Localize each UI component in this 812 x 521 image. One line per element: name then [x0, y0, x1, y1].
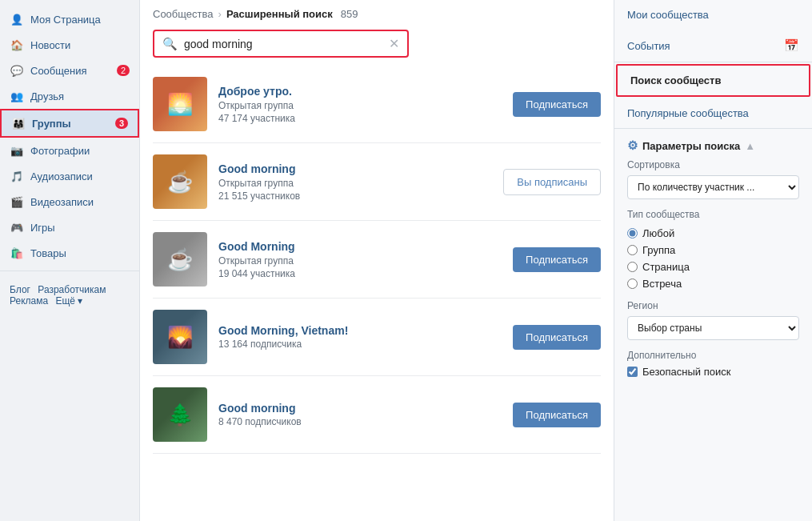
search-input-wrap: 🔍 ✕ — [153, 30, 409, 58]
result-btn-0[interactable]: Подписаться — [513, 92, 601, 117]
filter-icon: ⚙ — [627, 138, 638, 153]
result-info-1: Good morning Открытая группа 21 515 учас… — [218, 162, 492, 202]
breadcrumb-sep: › — [218, 8, 222, 20]
type-radio-label-0: Любой — [642, 227, 674, 239]
type-radio-2[interactable]: Страница — [627, 258, 799, 275]
type-radio-input-0[interactable] — [627, 228, 638, 238]
right-panel: Мои сообщества События 📅 Поиск сообществ… — [614, 0, 812, 521]
sort-label: Сортировка — [627, 159, 799, 170]
calendar-icon: 📅 — [784, 38, 799, 53]
search-input[interactable] — [184, 38, 389, 50]
extra-label: Дополнительно — [627, 350, 799, 361]
type-radio-1[interactable]: Группа — [627, 242, 799, 258]
type-radio-input-2[interactable] — [627, 262, 638, 272]
sidebar-label-messages: Сообщения — [30, 65, 87, 77]
friends-icon: 👥 — [10, 89, 24, 103]
footer-more[interactable]: Ещё ▾ — [55, 295, 82, 307]
sidebar-item-my-page[interactable]: 👤 Моя Страница — [0, 6, 139, 32]
type-label: Тип сообщества — [627, 209, 799, 220]
clear-icon[interactable]: ✕ — [389, 36, 399, 51]
sidebar-label-goods: Товары — [30, 247, 66, 259]
result-members-4: 8 470 подписчиков — [218, 416, 502, 427]
type-section: Тип сообщества Любой Группа Страница Вст… — [627, 209, 799, 292]
groups-icon: 👨‍👩‍👧 — [11, 116, 26, 130]
games-icon: 🎮 — [10, 220, 24, 234]
sidebar-item-goods[interactable]: 🛍️ Товары — [0, 240, 139, 266]
result-item-0: 🌅 Доброе утро. Открытая группа 47 174 уч… — [153, 66, 601, 143]
result-btn-1[interactable]: Вы подписаны — [503, 169, 601, 195]
type-radio-3[interactable]: Встреча — [627, 275, 799, 292]
search-bar: 🔍 ✕ — [140, 25, 614, 66]
rp-search-communities[interactable]: Поиск сообществ — [616, 64, 810, 97]
result-type-1: Открытая группа — [218, 178, 492, 189]
result-item-3: 🌄 Good Morning, Vietnam! 13 164 подписчи… — [153, 299, 601, 376]
rp-events-row[interactable]: События 📅 — [614, 30, 812, 62]
result-type-0: Открытая группа — [218, 100, 502, 111]
result-name-4[interactable]: Good morning — [218, 402, 502, 415]
type-radio-input-1[interactable] — [627, 245, 638, 255]
sidebar-item-games[interactable]: 🎮 Игры — [0, 214, 139, 240]
result-btn-2[interactable]: Подписаться — [513, 247, 601, 272]
goods-icon: 🛍️ — [10, 246, 24, 260]
audio-icon: 🎵 — [10, 169, 24, 183]
breadcrumb: Сообщества › Расширенный поиск 859 — [140, 0, 614, 25]
result-btn-4[interactable]: Подписаться — [513, 403, 601, 427]
type-radio-input-3[interactable] — [627, 279, 638, 289]
footer-dev[interactable]: Разработчикам — [38, 284, 106, 295]
breadcrumb-current: Расширенный поиск — [226, 8, 333, 20]
result-members-3: 13 164 подписчика — [218, 339, 502, 350]
sidebar-label-audio: Аудиозаписи — [30, 170, 93, 182]
footer-blog[interactable]: Блог — [10, 284, 30, 295]
result-info-3: Good Morning, Vietnam! 13 164 подписчика — [218, 324, 502, 350]
region-label: Регион — [627, 300, 799, 311]
result-members-0: 47 174 участника — [218, 113, 502, 124]
footer-ads[interactable]: Реклама — [10, 295, 48, 307]
result-info-2: Good Morning Открытая группа 19 044 учас… — [218, 240, 502, 279]
video-icon: 🎬 — [10, 194, 24, 209]
rp-popular-communities[interactable]: Популярные сообщества — [614, 98, 812, 128]
rp-params-section: ⚙ Параметры поиска ▲ Сортировка По колич… — [614, 129, 812, 384]
breadcrumb-root[interactable]: Сообщества — [153, 8, 214, 20]
sidebar-label-photos: Фотографии — [30, 145, 90, 157]
rp-my-communities[interactable]: Мои сообщества — [614, 0, 812, 30]
chevron-up-icon[interactable]: ▲ — [745, 140, 755, 152]
search-icon: 🔍 — [162, 37, 178, 51]
result-name-0[interactable]: Доброе утро. — [218, 85, 502, 98]
result-name-3[interactable]: Good Morning, Vietnam! — [218, 324, 502, 337]
safe-search-checkbox[interactable]: Безопасный поиск — [627, 366, 799, 378]
safe-search-input[interactable] — [627, 367, 638, 377]
sidebar-label-video: Видеозаписи — [30, 196, 94, 208]
my-page-icon: 👤 — [10, 12, 24, 26]
region-select[interactable]: Выбор страны — [627, 316, 799, 340]
sidebar-item-audio[interactable]: 🎵 Аудиозаписи — [0, 163, 139, 189]
result-item-2: ☕ Good Morning Открытая группа 19 044 уч… — [153, 221, 601, 299]
sidebar-item-photos[interactable]: 📷 Фотографии — [0, 138, 139, 163]
result-avatar-3: 🌄 — [153, 310, 207, 364]
result-members-2: 19 044 участника — [218, 268, 502, 279]
sidebar-item-messages[interactable]: 💬 Сообщения 2 — [0, 58, 139, 83]
sidebar-label-friends: Друзья — [30, 90, 64, 102]
sidebar-item-news[interactable]: 🏠 Новости — [0, 32, 139, 58]
result-type-2: Открытая группа — [218, 255, 502, 267]
results-list: 🌅 Доброе утро. Открытая группа 47 174 уч… — [140, 66, 614, 521]
sidebar-item-friends[interactable]: 👥 Друзья — [0, 83, 139, 109]
sidebar-item-groups[interactable]: 👨‍👩‍👧 Группы 3 — [0, 109, 139, 138]
photos-icon: 📷 — [10, 143, 24, 158]
type-radio-label-1: Группа — [642, 244, 675, 256]
result-btn-3[interactable]: Подписаться — [513, 325, 601, 350]
rp-divider-1 — [614, 62, 812, 62]
sidebar: 👤 Моя Страница 🏠 Новости 💬 Сообщения 2 👥… — [0, 0, 140, 521]
safe-search-label: Безопасный поиск — [642, 366, 730, 378]
type-radio-0[interactable]: Любой — [627, 225, 799, 242]
sidebar-item-video[interactable]: 🎬 Видеозаписи — [0, 189, 139, 214]
sidebar-footer: Блог Разработчикам Реклама Ещё ▾ — [0, 276, 139, 315]
result-avatar-1: ☕ — [153, 154, 207, 209]
rp-params-title: ⚙ Параметры поиска ▲ — [627, 138, 799, 153]
result-item-1: ☕ Good morning Открытая группа 21 515 уч… — [153, 143, 601, 221]
main-content: Сообщества › Расширенный поиск 859 🔍 ✕ 🌅… — [140, 0, 614, 521]
badge-messages: 2 — [117, 65, 130, 76]
sort-select[interactable]: По количеству участник ... По названию П… — [627, 175, 799, 199]
result-name-2[interactable]: Good Morning — [218, 240, 502, 253]
result-name-1[interactable]: Good morning — [218, 162, 492, 175]
messages-icon: 💬 — [10, 63, 24, 78]
